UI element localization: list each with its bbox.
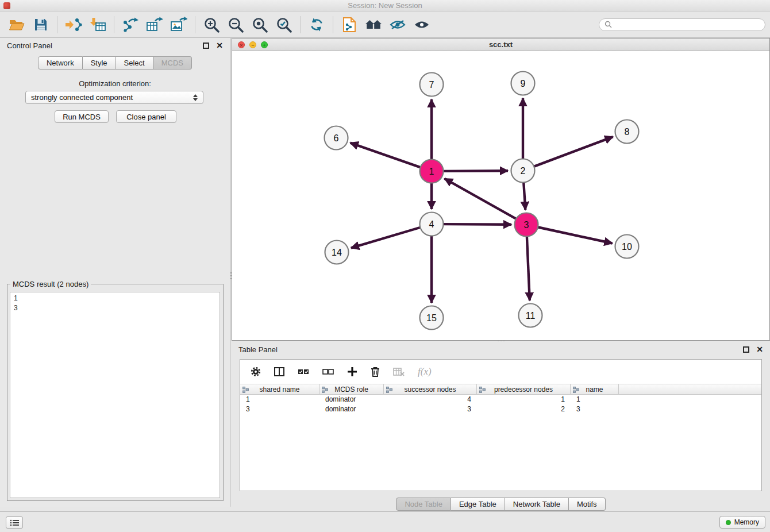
graph-node-3[interactable]: 3 bbox=[515, 213, 538, 237]
panel-menu-button[interactable] bbox=[6, 516, 23, 529]
tab-edge-table[interactable]: Edge Table bbox=[451, 498, 505, 511]
svg-text:11: 11 bbox=[526, 311, 536, 321]
ndex-import-button[interactable] bbox=[337, 14, 361, 36]
column-header-MCDS-role[interactable]: MCDS role bbox=[319, 384, 384, 394]
svg-text:4: 4 bbox=[429, 219, 434, 229]
column-header-successor-nodes[interactable]: successor nodes bbox=[384, 384, 477, 394]
minimize-window-button[interactable]: − bbox=[249, 41, 256, 48]
close-control-panel-button[interactable]: ✕ bbox=[216, 43, 223, 49]
import-table-button[interactable] bbox=[86, 14, 110, 36]
table-cell[interactable]: 4 bbox=[384, 395, 477, 404]
float-table-panel-button[interactable] bbox=[743, 346, 749, 353]
graph-node-10[interactable]: 10 bbox=[615, 235, 639, 259]
search-field[interactable] bbox=[599, 18, 765, 31]
memory-button[interactable]: Memory bbox=[719, 516, 765, 529]
column-header-shared-name[interactable]: shared name bbox=[240, 384, 319, 394]
refresh-view-button[interactable] bbox=[305, 14, 329, 36]
export-network-button[interactable] bbox=[118, 14, 143, 36]
zoom-out-button[interactable] bbox=[224, 14, 248, 36]
import-network-button[interactable] bbox=[61, 14, 86, 36]
deselect-all-button[interactable] bbox=[322, 368, 334, 376]
export-table-icon bbox=[146, 17, 163, 33]
close-mcds-panel-button[interactable]: Close panel bbox=[116, 110, 176, 123]
table-cell[interactable]: 1 bbox=[571, 395, 619, 404]
table-tabs: Node Table Edge Table Network Table Moti… bbox=[232, 498, 770, 511]
table-cell[interactable]: dominator bbox=[319, 404, 384, 414]
edge-2-3[interactable] bbox=[523, 183, 525, 210]
delete-table-button[interactable] bbox=[393, 367, 405, 376]
graph-node-9[interactable]: 9 bbox=[511, 72, 535, 95]
zoom-selected-button[interactable] bbox=[272, 14, 296, 36]
graph-node-2[interactable]: 2 bbox=[511, 159, 535, 183]
toolbar-separator bbox=[300, 16, 301, 33]
edge-2-8[interactable] bbox=[534, 137, 613, 167]
tab-style[interactable]: Style bbox=[83, 56, 116, 70]
criterion-dropdown[interactable]: strongly connected component bbox=[25, 91, 203, 104]
close-window-button[interactable]: × bbox=[238, 41, 245, 48]
close-table-panel-button[interactable]: ✕ bbox=[756, 346, 763, 353]
graph-node-4[interactable]: 4 bbox=[420, 213, 444, 236]
svg-text:7: 7 bbox=[429, 80, 434, 90]
table-cell[interactable]: 1 bbox=[477, 395, 571, 404]
graph-node-6[interactable]: 6 bbox=[325, 126, 348, 150]
add-column-button[interactable] bbox=[347, 367, 357, 377]
edge-1-2[interactable] bbox=[444, 171, 508, 171]
table-cell[interactable]: 3 bbox=[571, 404, 619, 414]
table-row[interactable]: 3dominator323 bbox=[240, 404, 761, 414]
graph-node-7[interactable]: 7 bbox=[420, 73, 444, 97]
edge-3-11[interactable] bbox=[527, 237, 530, 300]
toolbar-separator bbox=[57, 16, 57, 33]
network-window-title: scc.txt bbox=[489, 40, 513, 49]
zoom-fit-button[interactable] bbox=[248, 14, 272, 36]
export-image-icon bbox=[170, 17, 187, 33]
graph-node-14[interactable]: 14 bbox=[325, 241, 349, 264]
export-image-button[interactable] bbox=[167, 14, 191, 36]
graph-node-1[interactable]: 1 bbox=[420, 160, 444, 183]
tab-mcds[interactable]: MCDS bbox=[153, 56, 192, 70]
optimization-criterion-label: Optimization criterion: bbox=[0, 79, 230, 88]
graphics-details-button[interactable] bbox=[386, 14, 410, 36]
save-session-button[interactable] bbox=[29, 14, 53, 36]
zoom-in-button[interactable] bbox=[199, 14, 224, 36]
table-cell[interactable]: 3 bbox=[384, 404, 477, 414]
search-input[interactable] bbox=[615, 21, 760, 29]
edge-3-10[interactable] bbox=[538, 228, 613, 244]
column-header-predecessor-nodes[interactable]: predecessor nodes bbox=[477, 384, 571, 394]
run-mcds-button[interactable]: Run MCDS bbox=[55, 110, 109, 123]
function-builder-button[interactable]: f(x) bbox=[418, 366, 432, 377]
float-control-panel-button[interactable] bbox=[203, 43, 209, 49]
tab-network[interactable]: Network bbox=[38, 56, 83, 70]
table-cell[interactable]: 1 bbox=[240, 395, 319, 404]
graph-node-11[interactable]: 11 bbox=[519, 304, 542, 327]
edge-3-1[interactable] bbox=[445, 179, 516, 219]
tab-select[interactable]: Select bbox=[116, 56, 153, 70]
graph-node-8[interactable]: 8 bbox=[615, 120, 639, 144]
show-columns-button[interactable] bbox=[274, 367, 284, 376]
network-browser-button[interactable] bbox=[361, 14, 386, 36]
maximize-window-button[interactable]: + bbox=[261, 41, 268, 48]
graph-node-15[interactable]: 15 bbox=[420, 306, 444, 330]
export-table-button[interactable] bbox=[143, 14, 167, 36]
mcds-result-box[interactable]: 13 bbox=[10, 292, 220, 498]
table-cell[interactable]: 3 bbox=[240, 404, 319, 414]
edge-1-6[interactable] bbox=[351, 143, 421, 168]
tab-node-table[interactable]: Node Table bbox=[396, 498, 451, 511]
tab-network-table[interactable]: Network Table bbox=[505, 498, 569, 511]
vertical-splitter[interactable] bbox=[229, 268, 232, 284]
table-row[interactable]: 1dominator411 bbox=[240, 395, 761, 404]
table-cell[interactable]: 2 bbox=[477, 404, 571, 414]
network-graph[interactable]: 7968124314101511 bbox=[232, 51, 769, 340]
open-session-button[interactable] bbox=[5, 14, 29, 36]
table-settings-button[interactable] bbox=[251, 367, 261, 377]
edge-4-3[interactable] bbox=[444, 224, 511, 225]
delete-column-button[interactable] bbox=[371, 367, 380, 377]
zoom-in-icon bbox=[203, 17, 220, 33]
level-of-detail-button[interactable] bbox=[410, 14, 434, 36]
select-all-button[interactable] bbox=[298, 368, 309, 376]
column-header-name[interactable]: name bbox=[571, 384, 619, 394]
result-line: 3 bbox=[14, 303, 216, 313]
control-panel-title: Control Panel bbox=[7, 41, 52, 50]
table-cell[interactable]: dominator bbox=[319, 395, 384, 404]
tab-motifs[interactable]: Motifs bbox=[569, 498, 606, 511]
edge-4-14[interactable] bbox=[351, 228, 420, 248]
